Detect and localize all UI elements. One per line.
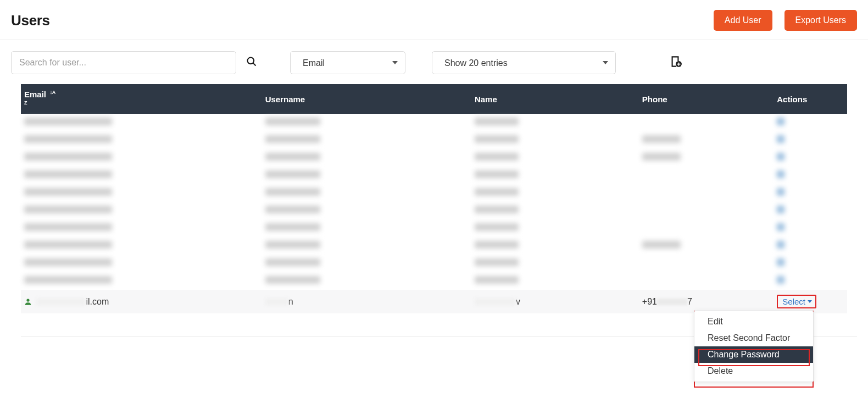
cell-username <box>262 272 471 290</box>
table-row <box>21 272 847 290</box>
row-actions-select-label: Select <box>782 297 805 306</box>
table-row <box>21 237 847 255</box>
cell-email <box>21 255 262 272</box>
cell-email <box>21 184 262 202</box>
table-row <box>21 149 847 167</box>
table-row <box>21 219 847 237</box>
table-row <box>21 167 847 184</box>
table-row <box>21 114 847 131</box>
cell-phone <box>639 184 774 202</box>
table-row <box>21 184 847 202</box>
cell-email <box>21 272 262 290</box>
cell-phone <box>639 255 774 272</box>
cell-actions <box>774 167 847 184</box>
cell-email <box>21 149 262 167</box>
cell-actions <box>774 131 847 149</box>
cell-phone <box>639 272 774 290</box>
cell-actions <box>774 114 847 131</box>
table-row: il.com n v +917 Select <box>21 290 847 313</box>
cell-name <box>471 149 639 167</box>
cell-name <box>471 202 639 219</box>
cell-phone <box>639 167 774 184</box>
entries-count-select[interactable]: Show 20 entries <box>432 51 616 74</box>
table-row <box>21 131 847 149</box>
column-header-email[interactable]: Email ↓AZ <box>21 84 262 114</box>
cell-name <box>471 114 639 131</box>
bulk-upload-icon[interactable] <box>668 54 682 71</box>
column-header-username[interactable]: Username <box>262 84 471 114</box>
cell-actions <box>774 272 847 290</box>
cell-actions: Select <box>774 290 847 313</box>
cell-username <box>262 237 471 255</box>
cell-email-suffix: il.com <box>86 297 109 306</box>
cell-phone <box>639 202 774 219</box>
search-icon[interactable] <box>246 56 257 69</box>
user-icon <box>24 298 32 306</box>
cell-email: il.com <box>21 290 262 313</box>
cell-name <box>471 131 639 149</box>
cell-username <box>262 184 471 202</box>
cell-email <box>21 237 262 255</box>
cell-phone: +917 <box>639 290 774 313</box>
row-actions-select[interactable]: Select <box>777 295 816 308</box>
cell-name <box>471 237 639 255</box>
cell-email <box>21 202 262 219</box>
svg-point-3 <box>26 299 29 302</box>
cell-phone <box>639 149 774 167</box>
column-header-email-label: Email <box>24 90 46 99</box>
cell-name <box>471 272 639 290</box>
cell-email <box>21 219 262 237</box>
menu-item-edit[interactable]: Edit <box>694 313 813 330</box>
column-header-phone[interactable]: Phone <box>639 84 774 114</box>
cell-actions <box>774 237 847 255</box>
cell-phone <box>639 219 774 237</box>
column-header-name[interactable]: Name <box>471 84 639 114</box>
cell-actions <box>774 219 847 237</box>
cell-name <box>471 167 639 184</box>
export-users-button[interactable]: Export Users <box>784 10 857 31</box>
cell-email <box>21 167 262 184</box>
menu-item-reset-second-factor[interactable]: Reset Second Factor <box>694 330 813 337</box>
cell-actions <box>774 255 847 272</box>
actions-dropdown-menu: EditReset Second FactorChange PasswordDe… <box>694 311 814 337</box>
filter-by-select[interactable]: Email <box>290 51 405 74</box>
cell-username <box>262 219 471 237</box>
cell-username <box>262 149 471 167</box>
cell-name <box>471 255 639 272</box>
table-header-row: Email ↓AZ Username Name Phone Actions <box>21 84 847 114</box>
table-row <box>21 202 847 219</box>
cell-username: n <box>262 290 471 313</box>
cell-phone <box>639 131 774 149</box>
cell-username <box>262 114 471 131</box>
cell-email <box>21 131 262 149</box>
table-row <box>21 255 847 272</box>
column-header-actions: Actions <box>774 84 847 114</box>
caret-down-icon <box>808 300 812 303</box>
cell-actions <box>774 149 847 167</box>
svg-point-0 <box>248 58 254 64</box>
cell-username <box>262 255 471 272</box>
search-input[interactable] <box>11 51 236 74</box>
cell-name: v <box>471 290 639 313</box>
cell-username <box>262 202 471 219</box>
cell-phone <box>639 114 774 131</box>
add-user-button[interactable]: Add User <box>714 10 772 31</box>
cell-username <box>262 167 471 184</box>
cell-username <box>262 131 471 149</box>
page-title: Users <box>11 12 50 29</box>
cell-actions <box>774 202 847 219</box>
cell-phone <box>639 237 774 255</box>
cell-name <box>471 184 639 202</box>
cell-name <box>471 219 639 237</box>
svg-line-1 <box>253 63 256 66</box>
cell-email <box>21 114 262 131</box>
cell-actions <box>774 184 847 202</box>
